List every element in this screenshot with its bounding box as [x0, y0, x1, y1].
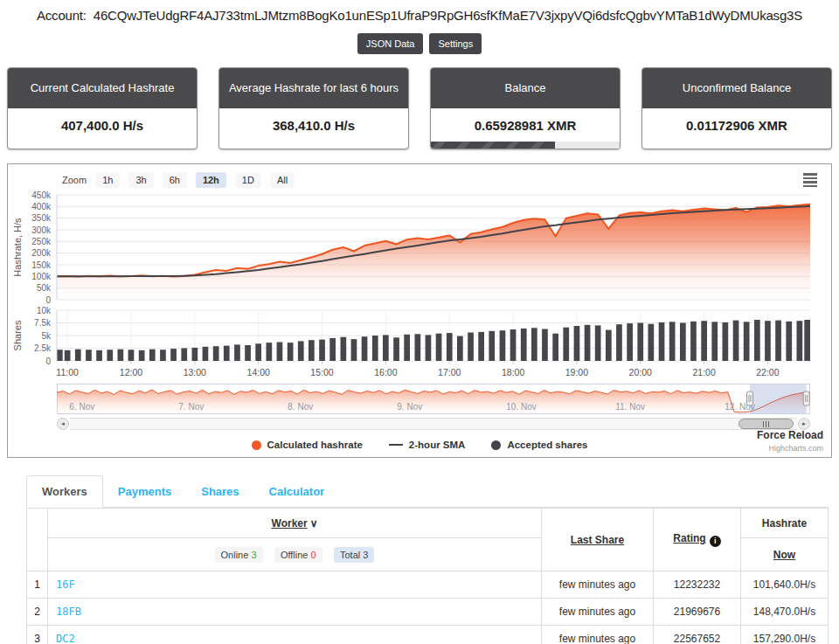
legend-label: 2-hour SMA — [409, 440, 466, 450]
sort-desc-icon: ∨ — [310, 517, 318, 530]
svg-text:10. Nov: 10. Nov — [506, 402, 536, 412]
tab-payments[interactable]: Payments — [103, 476, 186, 507]
card-title: Unconfirmed Balance — [642, 68, 831, 108]
svg-text:0: 0 — [45, 295, 51, 305]
card-balance: Balance 0.65928981 XMR — [430, 67, 621, 149]
svg-text:2.5k: 2.5k — [34, 343, 52, 353]
online-badge: Online 3 — [215, 547, 263, 563]
svg-text:18:00: 18:00 — [502, 367, 524, 377]
rating-info-icon[interactable]: i — [710, 536, 721, 547]
card-title: Balance — [431, 68, 620, 108]
tab-calculator[interactable]: Calculator — [254, 476, 340, 507]
zoom-button-1h[interactable]: 1h — [95, 172, 120, 188]
svg-text:300k: 300k — [31, 225, 52, 235]
last-share-label: Last Share — [571, 534, 624, 546]
tab-workers[interactable]: Workers — [26, 475, 103, 508]
worker-column-header[interactable]: Worker∨ — [48, 509, 542, 538]
scrollbar-right-arrow-icon[interactable]: ► — [798, 418, 810, 430]
hashrate-column-header: Hashrate — [741, 509, 829, 538]
svg-text:20:00: 20:00 — [629, 367, 652, 377]
rating-column-header[interactable]: Ratingi — [654, 509, 741, 571]
hashrate-now-cell: 148,470.0H/s — [741, 599, 829, 626]
row-number-header — [27, 509, 48, 571]
svg-text:200k: 200k — [31, 248, 52, 258]
svg-text:11:00: 11:00 — [56, 367, 79, 377]
worker-link[interactable]: 18FB — [56, 606, 81, 618]
hashrate-chart-panel: Zoom 1h 3h 6h 12h 1D All 450k400k350k300… — [7, 163, 832, 458]
card-average-hashrate: Average Hashrate for last 6 hours 368,41… — [218, 67, 409, 149]
chart-navigator[interactable]: 6. Nov7. Nov8. Nov9. Nov10. Nov11. Nov12… — [57, 384, 810, 417]
tab-shares[interactable]: Shares — [186, 476, 253, 507]
highcharts-credit-link[interactable]: Highcharts.com — [757, 444, 823, 453]
legend-label: Accepted shares — [507, 440, 587, 450]
last-share-cell: few minutes ago — [542, 626, 654, 644]
last-share-cell: few minutes ago — [542, 571, 654, 599]
zoom-button-all[interactable]: All — [270, 172, 295, 188]
account-address: 46CQwJTeUdgRF4AJ733tmLJMtzm8BogKo1unESp1… — [94, 8, 802, 23]
worker-link[interactable]: DC2 — [56, 633, 75, 644]
scrollbar-track[interactable] — [70, 418, 797, 430]
account-header: Account: 46CQwJTeUdgRF4AJ733tmLJMtzm8Bog… — [0, 0, 839, 23]
legend-label: Calculated hashrate — [267, 440, 363, 450]
force-reload-link[interactable]: Force Reload — [757, 429, 823, 441]
svg-text:450k: 450k — [31, 190, 52, 200]
last-share-column-header[interactable]: Last Share — [542, 509, 654, 571]
card-unconfirmed-balance: Unconfirmed Balance 0.01172906 XMR — [641, 67, 832, 149]
svg-text:14:00: 14:00 — [247, 367, 270, 377]
svg-text:100k: 100k — [31, 272, 52, 281]
worker-sort-label[interactable]: Worker — [272, 517, 308, 530]
zoom-button-1d[interactable]: 1D — [235, 172, 261, 188]
svg-text:16:00: 16:00 — [374, 367, 397, 377]
chart-scrollbar: ◄ ► — [57, 418, 810, 430]
chart-footer-links: Force Reload Highcharts.com — [757, 429, 823, 453]
zoom-button-3h[interactable]: 3h — [128, 172, 153, 188]
total-count: 3 — [363, 550, 368, 560]
workers-table: Worker∨ Last Share Ratingi Hashrate Onli… — [26, 508, 829, 644]
zoom-button-12h[interactable]: 12h — [196, 172, 226, 188]
settings-button[interactable]: Settings — [429, 33, 482, 54]
legend-line-icon — [389, 444, 403, 447]
legend-marker-icon — [252, 440, 261, 450]
hashrate-shares-chart: 450k400k350k300k250k200k150k100k50k010k7… — [8, 190, 831, 384]
svg-text:250k: 250k — [31, 237, 52, 246]
scrollbar-thumb[interactable] — [738, 419, 793, 429]
worker-link[interactable]: 16F — [56, 578, 75, 591]
rating-cell: 21969676 — [654, 599, 741, 626]
worker-name-cell: 16F — [48, 571, 542, 599]
svg-text:9. Nov: 9. Nov — [397, 402, 422, 412]
svg-text:150k: 150k — [31, 260, 52, 270]
worker-name-cell: DC2 — [48, 626, 542, 644]
svg-text:12:00: 12:00 — [120, 367, 142, 377]
zoom-button-6h[interactable]: 6h — [163, 172, 187, 188]
svg-text:17:00: 17:00 — [438, 367, 461, 377]
zoom-label: Zoom — [62, 175, 87, 185]
svg-text:10k: 10k — [37, 306, 52, 315]
rating-cell: 22567652 — [654, 626, 741, 644]
table-row: 218FBfew minutes ago21969676148,470.0H/s — [27, 599, 829, 626]
scrollbar-left-arrow-icon[interactable]: ◄ — [57, 418, 69, 430]
json-data-button[interactable]: JSON Data — [357, 33, 424, 54]
svg-text:Shares: Shares — [12, 320, 23, 350]
balance-progress-track — [431, 142, 620, 149]
svg-text:21:00: 21:00 — [692, 367, 715, 377]
svg-text:50k: 50k — [37, 283, 52, 293]
balance-progress-fill — [431, 142, 555, 149]
tabs-bar: Workers Payments Shares Calculator — [26, 475, 829, 508]
legend-item-2-hour-sma[interactable]: 2-hour SMA — [389, 440, 466, 450]
hashrate-now-header[interactable]: Now — [741, 538, 829, 571]
svg-text:13:00: 13:00 — [184, 367, 206, 377]
table-row: 3DC2few minutes ago22567652157,290.0H/s — [27, 626, 829, 644]
legend-item-calculated-hashrate[interactable]: Calculated hashrate — [252, 440, 363, 450]
now-label: Now — [773, 549, 795, 561]
rating-label: Rating — [673, 532, 705, 544]
chart-toolbar: Zoom 1h 3h 6h 12h 1D All — [8, 164, 831, 190]
table-row: 116Ffew minutes ago12232232101,640.0H/s — [27, 571, 829, 599]
legend-item-accepted-shares[interactable]: Accepted shares — [491, 440, 587, 450]
chart-context-menu-icon[interactable] — [803, 173, 817, 187]
card-value: 368,410.0 H/s — [219, 108, 408, 143]
svg-text:19:00: 19:00 — [565, 367, 588, 377]
offline-count: 0 — [311, 550, 316, 560]
worker-row-number: 1 — [27, 571, 48, 599]
svg-text:Hashrate, H/s: Hashrate, H/s — [12, 218, 23, 277]
svg-text:7.5k: 7.5k — [34, 318, 52, 328]
